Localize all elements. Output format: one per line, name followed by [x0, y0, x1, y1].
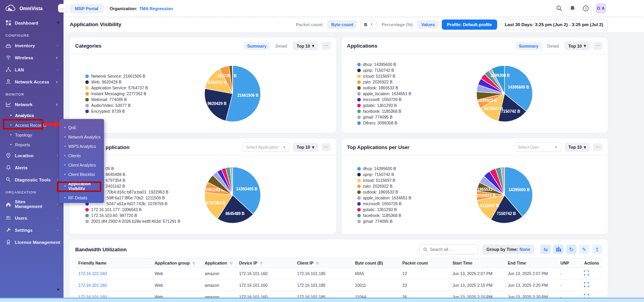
legend-item[interactable]: gmail: 774095 B [357, 115, 459, 120]
sidebar-scroll-up-icon[interactable]: ▲ [56, 20, 60, 24]
summary-tab[interactable]: Summary [243, 42, 270, 50]
legend-item[interactable]: facebook: 1185368 B [357, 213, 459, 218]
legend-item[interactable]: Webmail: 774095 B [85, 97, 187, 102]
column-header-actions[interactable]: Actions [581, 259, 602, 268]
submenu-item-network-analytics[interactable]: •Network Analytics [59, 132, 104, 142]
export-icon[interactable]: ↥ [592, 245, 602, 254]
submenu-item-rf-details[interactable]: •RF Details [59, 193, 104, 203]
byte-count-toggle[interactable]: Byte count [327, 20, 357, 29]
unit-dropdown[interactable]: B ▼ [360, 20, 377, 29]
legend-item[interactable]: Web: 9620429 B [85, 80, 187, 85]
sidebar-item-network-access[interactable]: Network Access∨ [0, 76, 64, 88]
friendly-name-link[interactable]: 172.16.101.160 [75, 268, 152, 279]
legend-item[interactable]: gstatic: 1361293 B [357, 103, 459, 108]
submenu-item-clients[interactable]: •Clients [59, 151, 104, 160]
legend-item[interactable]: gstatic: 1361293 B [357, 207, 459, 212]
select-application-dropdown[interactable]: Select Application▼ [242, 142, 289, 152]
table-search[interactable] [419, 244, 478, 254]
date-range-picker[interactable]: Last 30 Days: 3:25 pm (Jun 2) - 3:25 pm … [500, 20, 608, 30]
legend-item[interactable]: Encrypted: 8739 B [85, 109, 187, 114]
column-header-client-ip[interactable]: Client IP [294, 259, 352, 268]
legend-item[interactable]: outlook: 1865533 B [357, 85, 459, 91]
user-avatar[interactable]: O A [596, 3, 606, 14]
group-by-time-button[interactable]: Group by Time: None [482, 245, 534, 254]
legend-item[interactable]: Instant Messaging: 2277352 B [85, 91, 187, 96]
column-header-start-time[interactable]: Start Time [449, 259, 505, 268]
select-user-dropdown[interactable]: Select User▼ [514, 142, 561, 152]
profile-button[interactable]: Profile: Default-profile [442, 20, 497, 30]
sidebar-item-location[interactable]: Location› [0, 149, 64, 162]
values-toggle[interactable]: Values [417, 20, 439, 29]
sidebar-scroll-down-icon[interactable]: ▼ [56, 287, 60, 292]
legend-item[interactable]: icloud: 5115697 B [357, 74, 459, 79]
column-header-unp[interactable]: UNP [558, 259, 581, 268]
legend-item[interactable]: apple_location: 1634651 B [357, 91, 459, 96]
legend-item[interactable]: outlook: 1865533 B [357, 190, 459, 195]
submenu-item-client-blocklist[interactable]: •Client Blocklist [59, 170, 104, 179]
percentage-toggle[interactable]: Percentage (%) [380, 20, 414, 29]
legend-item[interactable]: Application Service: 5764737 B [85, 85, 187, 91]
legend-item[interactable]: facebook: 1185368 B [357, 109, 459, 114]
row-expand-icon[interactable] [581, 268, 602, 279]
panel-menu-button[interactable]: ⋯ [321, 143, 331, 151]
sidebar-item-users[interactable]: Users› [0, 212, 64, 224]
legend-item[interactable]: 2001:df4:2900:4:2026:b28e:ee8f:463d: 571… [85, 219, 187, 224]
summary-tab[interactable]: Summary [515, 42, 542, 50]
panel-menu-button[interactable]: ⋯ [321, 42, 331, 50]
top10-dropdown[interactable]: Top 10▾ [293, 41, 318, 50]
help-icon[interactable]: ? [582, 5, 589, 12]
submenu-item-client-analytics[interactable]: •Client Analytics [59, 160, 104, 170]
row-expand-icon[interactable] [581, 279, 602, 291]
submenu-item-wips-analytics[interactable]: •WIPS Analytics [59, 142, 104, 151]
notifications-bell-icon[interactable] [569, 5, 576, 12]
legend-item[interactable]: upnp: 7150742 B [357, 172, 459, 177]
legend-item[interactable]: microsoft: 1550726 B [357, 97, 459, 102]
sidebar-item-lan[interactable]: LAN› [0, 64, 64, 76]
legend-item[interactable]: dhcp: 14395600 B [357, 166, 459, 171]
app-logo[interactable]: OmniVista [0, 0, 64, 17]
sidebar-item-alerts[interactable]: Alerts [0, 162, 64, 174]
legend-item[interactable]: upnp: 7150742 B [357, 68, 459, 73]
column-header-application-group[interactable]: Application group [152, 259, 202, 268]
msp-portal-chip[interactable]: MSP Portal [70, 4, 104, 13]
column-header-application[interactable]: Application [202, 259, 236, 268]
detail-tab[interactable]: Detail [545, 42, 561, 50]
legend-item[interactable]: zalo: 2026922 B [357, 184, 459, 189]
legend-item[interactable]: dhcp: 14395600 B [357, 62, 459, 67]
sidebar-item-topology[interactable]: •Topology [0, 130, 64, 140]
search-icon[interactable] [556, 5, 563, 12]
sidebar-item-diagnostic-tools[interactable]: Diagnostic Tools› [0, 174, 64, 186]
friendly-name-link[interactable]: 172.16.101.160 [75, 279, 152, 291]
organization-value[interactable]: TMA Regression [139, 6, 173, 11]
sidebar-item-reports[interactable]: •Reports [0, 140, 64, 149]
edit-icon[interactable]: ✎ [579, 245, 589, 254]
legend-item[interactable]: Others: 3099308 B [357, 121, 459, 126]
legend-item[interactable]: gmail: 774095 B [357, 219, 459, 224]
legend-item[interactable]: microsoft: 1550726 B [357, 201, 459, 206]
legend-item[interactable]: Network Service: 21661506 B [85, 74, 187, 79]
sidebar-item-sites-management[interactable]: Sites Management› [0, 196, 64, 212]
column-header-byte-count-b-[interactable]: Byte count (B) [352, 259, 399, 268]
submenu-item-qoe[interactable]: •QoE [59, 123, 104, 132]
legend-item[interactable]: zalo: 2026922 B [357, 80, 459, 85]
expand-columns-icon[interactable]: ⇆ [540, 245, 551, 254]
columns-icon[interactable] [553, 245, 564, 254]
legend-item[interactable]: apple_location: 1634651 B [357, 195, 459, 201]
top10-dropdown[interactable]: Top 10▾ [565, 41, 590, 50]
sidebar-item-network[interactable]: Network∧ [0, 98, 64, 110]
sidebar-item-wireless[interactable]: Wireless∨ [0, 52, 64, 64]
legend-item[interactable]: Audio/Video: 53077 B [85, 103, 187, 108]
legend-item[interactable]: 172.16.101.177: 1006643 B [85, 207, 187, 212]
legend-item[interactable]: 172.16.103.60: 997720 B [85, 213, 187, 218]
top10-dropdown[interactable]: Top 10▾ [293, 143, 318, 152]
sidebar-collapse-button[interactable]: ← [58, 4, 67, 12]
column-header-packet-count[interactable]: Packet count [399, 259, 449, 268]
panel-menu-button[interactable]: ⋯ [593, 143, 602, 151]
column-header-device-ip[interactable]: Device IP [236, 259, 294, 268]
sidebar-item-settings[interactable]: Settings› [0, 224, 64, 236]
sidebar-item-license-management[interactable]: License Management [0, 236, 64, 248]
panel-menu-button[interactable]: ⋯ [593, 42, 602, 50]
sidebar-item-dashboard[interactable]: Dashboard [0, 17, 64, 29]
column-header-friendly-name[interactable]: Friendly Name [75, 259, 152, 268]
top10-dropdown[interactable]: Top 10▾ [565, 143, 590, 152]
